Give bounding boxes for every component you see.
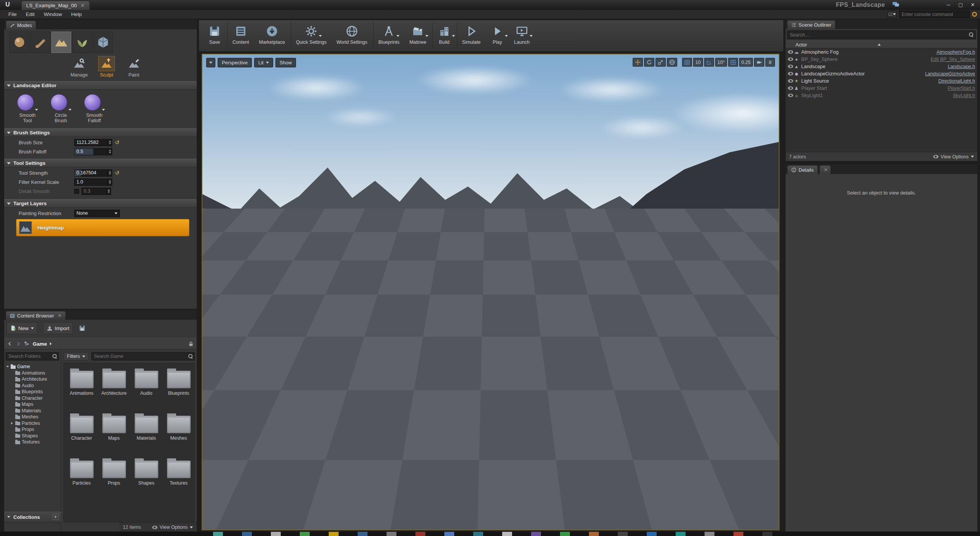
expander-icon[interactable] (6, 366, 9, 367)
chevron-down-icon[interactable] (319, 35, 322, 37)
smooth-tool-button[interactable]: Smooth Tool (15, 94, 40, 124)
lit-mode-button[interactable]: Lit (254, 58, 273, 67)
search-folders-input[interactable] (6, 352, 59, 361)
minimize-icon[interactable]: ─ (943, 1, 954, 9)
tool-strength-field[interactable]: 0.167504 (74, 169, 112, 177)
actor-type-link[interactable]: DirectionalLight.h (938, 78, 975, 84)
taskbar-app-icon[interactable] (213, 532, 223, 536)
folder-tree-item[interactable]: Character (6, 395, 61, 402)
folder-tile[interactable]: Blueprints (162, 365, 195, 410)
simulate-button[interactable]: Simulate (457, 22, 486, 50)
foliage-mode-button[interactable] (72, 32, 92, 53)
reset-to-default-icon[interactable]: ↺ (115, 170, 119, 175)
rotate-tool-button[interactable] (644, 58, 654, 67)
outliner-row[interactable]: ● BP_Sky_Sphere Edit BP_Sky_Sphere (786, 56, 977, 63)
console-dropdown-icon[interactable] (888, 11, 897, 18)
target-layer-heightmap[interactable]: Heightmap (16, 219, 189, 236)
folder-tree-item[interactable]: Props (6, 426, 61, 433)
feedback-chat-icon[interactable] (892, 2, 899, 7)
taskbar-app-icon[interactable] (733, 532, 743, 536)
folder-tree-item[interactable]: Shapes (6, 433, 61, 439)
grid-snap-value[interactable]: 10 (693, 58, 703, 67)
play-button[interactable]: Play (485, 22, 509, 50)
taskbar-app-icon[interactable] (762, 532, 772, 536)
taskbar-app-icon[interactable] (647, 532, 657, 536)
actor-name[interactable]: Landscape (801, 64, 826, 69)
blueprints-button[interactable]: Blueprints (373, 22, 405, 50)
outliner-row[interactable]: ◆ LandscapeGizmoActiveActor LandscapeGiz… (786, 70, 977, 77)
move-tool-button[interactable] (633, 58, 643, 67)
actor-type-link[interactable]: Landscape.h (948, 64, 975, 69)
actor-name[interactable]: Player Start (801, 85, 827, 91)
landscape-terrain[interactable] (202, 209, 779, 530)
landscape-mode-button[interactable] (51, 32, 71, 53)
submode-manage[interactable]: Manage (68, 56, 90, 78)
spinner[interactable] (107, 148, 112, 155)
taskbar-app-icon[interactable] (271, 532, 281, 536)
outliner-row[interactable]: ♟ Player Start PlayerStart.h (786, 85, 977, 92)
folder-tile[interactable]: Animations (65, 365, 98, 410)
collapse-icon[interactable] (7, 85, 11, 87)
taskbar-app-icon[interactable] (676, 532, 686, 536)
visibility-eye-icon[interactable] (788, 79, 793, 83)
filter-kernel-scale-value[interactable]: 1.0 (75, 179, 107, 185)
add-collection-icon[interactable]: + (52, 514, 59, 520)
folder-tile[interactable]: Shapes (130, 455, 162, 499)
reset-to-default-icon[interactable]: ↺ (115, 140, 119, 145)
brush-size-field[interactable]: 1121.2582 (74, 139, 112, 146)
taskbar-app-icon[interactable] (358, 532, 368, 536)
spinner[interactable] (107, 139, 112, 146)
geometry-mode-button[interactable] (93, 32, 113, 53)
scale-tool-button[interactable] (655, 58, 666, 67)
visibility-eye-icon[interactable] (788, 65, 793, 68)
tab-details[interactable]: Details (787, 165, 818, 174)
folder-tile[interactable]: Props (98, 455, 130, 499)
chevron-down-icon[interactable] (396, 35, 399, 37)
painting-restriction-dropdown[interactable]: None (74, 210, 120, 217)
3d-viewport[interactable]: Perspective Lit Show 10 10° 0.25 8 Level… (202, 54, 780, 530)
search-assets-input[interactable] (91, 352, 195, 361)
paint-mode-button[interactable] (30, 32, 50, 53)
camera-speed-value[interactable]: 8 (765, 58, 775, 67)
show-button[interactable]: Show (275, 58, 296, 67)
actor-type-link[interactable]: LandscapeGizmoActive (925, 71, 975, 77)
folder-tree-item[interactable]: Materials (6, 408, 61, 414)
collapse-icon[interactable] (7, 132, 11, 134)
save-all-icon[interactable] (78, 324, 86, 332)
build-button[interactable]: Build (432, 22, 456, 50)
document-tab[interactable]: LS_Example_Map_00 ✕ (21, 1, 90, 10)
folder-tree-item[interactable]: Maps (6, 401, 61, 408)
chevron-down-icon[interactable] (452, 35, 455, 37)
chevron-down-icon[interactable] (505, 35, 508, 37)
smooth-falloff-button[interactable]: Smooth Falloff (82, 94, 107, 124)
taskbar-app-icon[interactable] (618, 532, 628, 536)
menu-item[interactable]: File (4, 11, 21, 17)
folder-tile[interactable]: Particles (65, 455, 98, 499)
place-mode-button[interactable] (10, 32, 29, 53)
taskbar-app-icon[interactable] (329, 532, 339, 536)
folder-tile[interactable]: Architecture (98, 365, 130, 410)
folder-tile[interactable]: Textures (162, 455, 195, 499)
actor-column-header[interactable]: Actor (786, 41, 977, 48)
tab-content-browser[interactable]: Content Browser ✕ (6, 311, 66, 320)
detail-smooth-checkbox[interactable] (74, 189, 79, 194)
taskbar-app-icon[interactable] (300, 532, 310, 536)
visibility-eye-icon[interactable] (788, 50, 793, 54)
breadcrumb[interactable]: Game (33, 341, 52, 347)
matinee-button[interactable]: Matinee (404, 22, 431, 50)
submode-sculpt[interactable]: Sculpt (95, 56, 118, 78)
spinner[interactable] (107, 179, 112, 185)
chevron-down-icon[interactable] (425, 35, 428, 37)
visibility-eye-icon[interactable] (788, 57, 793, 61)
outliner-search-input[interactable] (787, 30, 976, 39)
actor-type-link[interactable]: Edit BP_Sky_Sphere (931, 57, 975, 62)
taskbar-app-icon[interactable] (560, 532, 570, 536)
actor-name[interactable]: BP_Sky_Sphere (801, 56, 837, 62)
new-asset-button[interactable]: New (6, 322, 38, 334)
tab-scene-outliner[interactable]: Scene Outliner (787, 20, 835, 29)
view-options-button[interactable]: View Options (933, 154, 974, 160)
breadcrumb-arrow-icon[interactable] (50, 342, 52, 345)
filter-kernel-scale-field[interactable]: 1.0 (74, 179, 112, 186)
folder-tree-item[interactable]: Architecture (6, 376, 61, 383)
camera-speed-button[interactable] (754, 58, 764, 67)
